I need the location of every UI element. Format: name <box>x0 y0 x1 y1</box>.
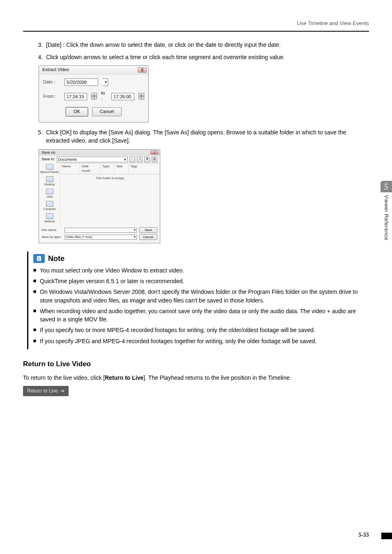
chapter-label: Viewer Reference <box>380 192 392 243</box>
place-network-label: Network <box>39 219 60 224</box>
from-time-spinner[interactable]: ▲▼ <box>91 93 97 100</box>
place-desktop-label: Desktop <box>39 182 60 187</box>
col-date: Date modif... <box>80 164 101 174</box>
chapter-tab: 5 Viewer Reference <box>380 181 392 243</box>
header-divider <box>23 31 369 32</box>
return-to-live-button-label: Return to Live <box>27 388 58 395</box>
note-item: On Windows Vista/Windows Server 2008, do… <box>33 288 365 305</box>
to-time-spinner[interactable]: ▲▼ <box>138 93 144 100</box>
chevron-down-icon: ▾ <box>124 157 126 162</box>
file-list-columns[interactable]: Name Date modif... Type Size Tags <box>60 163 160 174</box>
col-type: Type <box>101 164 115 174</box>
note-item: When recording video and audio together,… <box>33 307 365 324</box>
save-in-value: Documents <box>58 157 77 162</box>
place-recent-label: Recent Places <box>39 170 60 174</box>
cancel-button[interactable]: Cancel <box>92 107 122 116</box>
empty-folder-message: This folder is empty. <box>60 174 160 226</box>
return-to-live-heading: Return to Live Video <box>23 359 369 369</box>
save-in-label: Save in: <box>42 157 55 162</box>
place-network[interactable]: Network <box>39 213 60 224</box>
note-title: Note <box>48 253 65 264</box>
close-icon[interactable]: X <box>138 67 147 73</box>
save-as-dialog: Save As X Save in: Documents ▾ ← ⇧ ✚ ▥ R… <box>39 149 160 243</box>
header-section-title: Use Timeline and View Events <box>23 20 369 28</box>
from-label: From : <box>43 93 60 100</box>
ok-button[interactable]: OK <box>66 107 88 116</box>
file-name-label: File name: <box>42 228 62 233</box>
note-item: If you specify two or more MPEG-4 record… <box>33 326 365 334</box>
place-user[interactable]: vista <box>39 189 60 199</box>
place-user-label: vista <box>39 195 60 199</box>
arrow-right-icon: ➔ <box>60 388 65 395</box>
page-edge-mark <box>381 533 392 539</box>
up-folder-icon[interactable]: ⇧ <box>137 157 143 162</box>
close-icon[interactable]: X <box>150 150 159 155</box>
step-5: Click [OK] to display the [Save As] dial… <box>44 128 369 145</box>
note-item: You must select only one Video Window to… <box>33 266 365 275</box>
back-icon[interactable]: ← <box>129 157 135 162</box>
save-as-type-value: Video files (*.mov) <box>66 235 92 239</box>
return-to-live-body: To return to the live video, click [Retu… <box>23 374 369 382</box>
note-block: Note You must select only one Video Wind… <box>27 252 365 349</box>
page-number: 5-55 <box>358 531 369 539</box>
note-icon <box>33 254 45 263</box>
col-tags: Tags <box>129 164 160 174</box>
chevron-down-icon: ▾ <box>134 235 136 239</box>
return-to-live-button[interactable]: Return to Live ➔ <box>23 386 69 396</box>
save-button[interactable]: Save <box>139 227 157 233</box>
extract-video-title: Extract Video <box>42 67 69 73</box>
save-in-select[interactable]: Documents ▾ <box>57 157 128 162</box>
chevron-down-icon: ▾ <box>134 228 136 232</box>
cancel-button[interactable]: Cancel <box>139 234 157 240</box>
save-as-type-select[interactable]: Video files (*.mov) ▾ <box>65 235 137 240</box>
step-3: [Date] : Click the down arrow to select … <box>44 41 369 49</box>
file-name-input[interactable]: ▾ <box>65 228 137 233</box>
date-dropdown-arrow-icon[interactable]: ▼ <box>102 78 108 86</box>
save-as-type-label: Save as type: <box>42 235 62 240</box>
to-label: to : <box>101 90 107 103</box>
view-menu-icon[interactable]: ▥ <box>152 157 157 162</box>
place-desktop[interactable]: Desktop <box>39 176 60 187</box>
place-computer[interactable]: Computer <box>39 201 60 211</box>
col-size: Size <box>115 164 129 174</box>
note-item: If you specify JPEG and MPEG-4 recorded … <box>33 337 365 345</box>
to-time-input[interactable]: 17:26:00 <box>111 93 134 100</box>
step-4: Click up/down arrows to select a time or… <box>44 53 369 61</box>
extract-video-dialog: Extract Video X Date : 5/20/2008 ▼ From … <box>39 65 149 122</box>
place-recent[interactable]: Recent Places <box>39 164 60 174</box>
date-label: Date : <box>43 79 60 85</box>
chapter-number: 5 <box>380 181 392 192</box>
col-name: Name <box>60 164 80 174</box>
new-folder-icon[interactable]: ✚ <box>144 157 150 162</box>
date-input[interactable]: 5/20/2008 <box>65 78 98 86</box>
place-computer-label: Computer <box>39 207 60 211</box>
save-as-title: Save As <box>42 150 55 155</box>
note-item: QuickTime player version 6.5.1 or later … <box>33 277 365 285</box>
from-time-input[interactable]: 17:24:15 <box>65 93 88 100</box>
